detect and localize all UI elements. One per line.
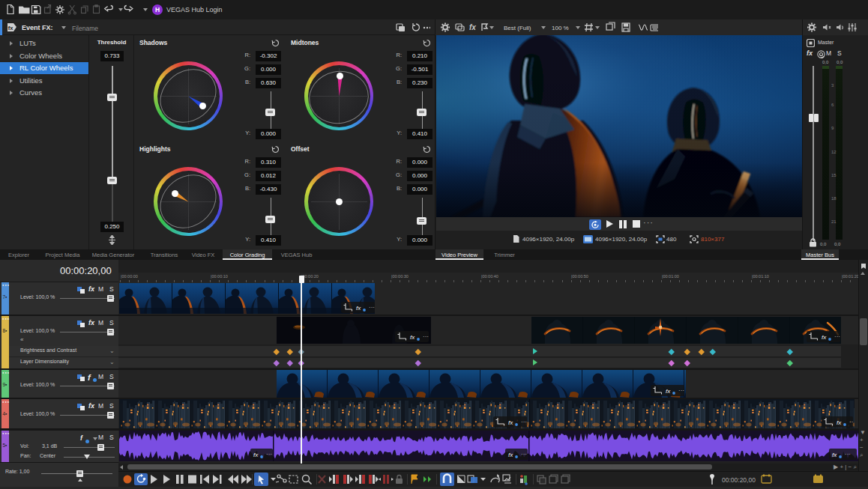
svg-text:fx: fx (8, 25, 13, 31)
svg-text:fx: fx (469, 23, 476, 31)
svg-text:00:00:20,00: 00:00:20,00 (722, 476, 756, 484)
svg-text:H: H (155, 6, 160, 13)
